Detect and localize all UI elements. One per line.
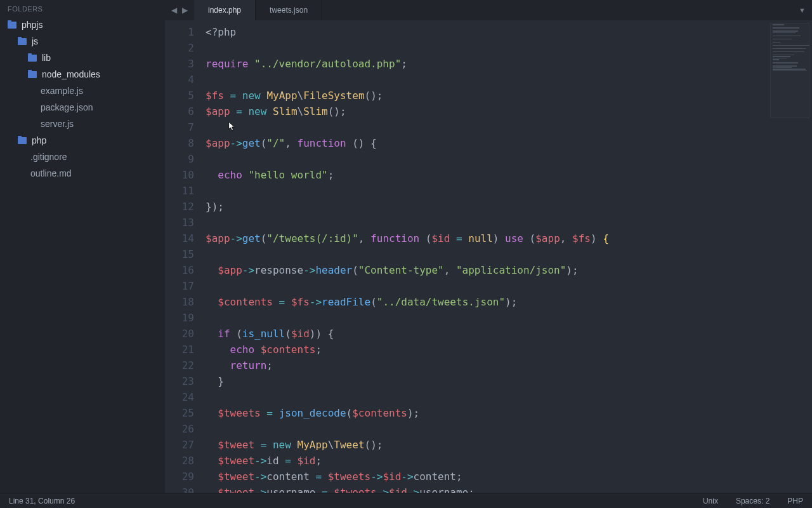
- code-line[interactable]: $tweet->content = $tweets->$id->content;: [206, 469, 812, 485]
- code-editor[interactable]: 1234567891011121314151617181920212223242…: [165, 20, 812, 493]
- line-number: 9: [165, 151, 194, 167]
- line-number: 29: [165, 469, 194, 485]
- folder-item-lib[interactable]: lib: [0, 50, 165, 66]
- code-line[interactable]: echo $contents;: [206, 342, 812, 358]
- status-line-endings[interactable]: Unix: [703, 497, 718, 505]
- line-number: 21: [165, 342, 194, 358]
- line-number: 16: [165, 262, 194, 278]
- code-line[interactable]: $tweet->username = $tweets->$id->usernam…: [206, 485, 812, 493]
- status-indent[interactable]: Spaces: 2: [736, 497, 769, 505]
- line-number: 20: [165, 326, 194, 342]
- code-line[interactable]: [206, 183, 812, 199]
- folder-tree: phpjsjslibnode_modulesexample.jspackage.…: [0, 17, 165, 182]
- folder-item-node-modules[interactable]: node_modules: [0, 66, 165, 83]
- folder-item-js[interactable]: js: [0, 33, 165, 50]
- line-number: 27: [165, 437, 194, 453]
- folder-icon: [18, 137, 27, 144]
- file-item-outline-md[interactable]: outline.md: [0, 165, 165, 182]
- line-number: 18: [165, 294, 194, 310]
- file-item-package-json[interactable]: package.json: [0, 99, 165, 116]
- tab-overflow-icon[interactable]: ▼: [792, 0, 812, 20]
- code-line[interactable]: [206, 119, 812, 135]
- tree-item-label: node_modules: [42, 69, 100, 79]
- tree-item-label: outline.md: [30, 168, 72, 178]
- tree-item-label: js: [32, 36, 38, 46]
- folder-icon: [18, 38, 27, 45]
- code-line[interactable]: $app = new Slim\Slim();: [206, 104, 812, 119]
- tab-bar: ◀ ▶ index.phptweets.json ▼: [165, 0, 812, 20]
- code-line[interactable]: [206, 421, 812, 437]
- line-number: 13: [165, 215, 194, 231]
- line-number: 30: [165, 485, 194, 493]
- code-line[interactable]: [206, 246, 812, 262]
- code-line[interactable]: if (is_null($id)) {: [206, 326, 812, 342]
- folder-item-phpjs[interactable]: phpjs: [0, 17, 165, 33]
- line-number: 5: [165, 88, 194, 104]
- line-number: 23: [165, 373, 194, 389]
- code-line[interactable]: echo "hello world";: [206, 167, 812, 183]
- folder-icon: [8, 22, 16, 29]
- line-number: 10: [165, 167, 194, 183]
- code-line[interactable]: $app->get("/tweets(/:id)", function ($id…: [206, 231, 812, 246]
- line-number: 8: [165, 135, 194, 151]
- line-number: 15: [165, 246, 194, 262]
- tree-item-label: lib: [42, 53, 51, 63]
- code-line[interactable]: [206, 151, 812, 167]
- line-number: 17: [165, 278, 194, 294]
- code-line[interactable]: [206, 310, 812, 326]
- status-language[interactable]: PHP: [787, 497, 803, 505]
- code-line[interactable]: $contents = $fs->readFile("../data/tweet…: [206, 294, 812, 310]
- code-line[interactable]: }: [206, 373, 812, 389]
- minimap[interactable]: [770, 23, 809, 118]
- code-line[interactable]: $fs = new MyApp\FileSystem();: [206, 88, 812, 104]
- line-number: 12: [165, 199, 194, 215]
- line-number: 7: [165, 119, 194, 135]
- code-line[interactable]: $tweet = new MyApp\Tweet();: [206, 437, 812, 453]
- line-number: 6: [165, 104, 194, 119]
- line-number: 11: [165, 183, 194, 199]
- tree-item-label: php: [32, 135, 46, 145]
- tree-item-label: example.js: [41, 86, 83, 96]
- nav-back-icon[interactable]: ◀: [170, 4, 178, 16]
- editor-area: ◀ ▶ index.phptweets.json ▼ 1234567891011…: [165, 0, 812, 493]
- folder-icon: [28, 55, 37, 62]
- tree-item-label: phpjs: [22, 20, 43, 30]
- code-line[interactable]: [206, 389, 812, 405]
- line-number: 1: [165, 24, 194, 40]
- line-number: 25: [165, 405, 194, 421]
- line-number: 3: [165, 56, 194, 72]
- line-number: 24: [165, 389, 194, 405]
- code-line[interactable]: [206, 215, 812, 231]
- code-line[interactable]: return;: [206, 358, 812, 373]
- line-number: 28: [165, 453, 194, 469]
- file-item-server-js[interactable]: server.js: [0, 116, 165, 132]
- code-line[interactable]: $app->response->header("Content-type", "…: [206, 262, 812, 278]
- nav-forward-icon[interactable]: ▶: [181, 4, 189, 16]
- tab-tweets-json[interactable]: tweets.json: [256, 0, 322, 20]
- line-number: 22: [165, 358, 194, 373]
- line-number: 19: [165, 310, 194, 326]
- file-item--gitignore[interactable]: .gitignore: [0, 149, 165, 165]
- line-number: 14: [165, 231, 194, 246]
- tree-item-label: server.js: [41, 119, 74, 129]
- sidebar-header: FOLDERS: [0, 0, 165, 17]
- code-line[interactable]: $app->get("/", function () {: [206, 135, 812, 151]
- code-line[interactable]: });: [206, 199, 812, 215]
- line-number: 2: [165, 40, 194, 56]
- code-line[interactable]: $tweets = json_decode($contents);: [206, 405, 812, 421]
- file-item-example-js[interactable]: example.js: [0, 83, 165, 99]
- code-line[interactable]: [206, 40, 812, 56]
- line-number: 26: [165, 421, 194, 437]
- code-line[interactable]: require "../vendor/autoload.php";: [206, 56, 812, 72]
- status-bar: Line 31, Column 26 Unix Spaces: 2 PHP: [0, 493, 812, 508]
- folder-icon: [28, 71, 37, 78]
- code-line[interactable]: [206, 72, 812, 88]
- code-line[interactable]: <?php: [206, 24, 812, 40]
- code-content[interactable]: <?php require "../vendor/autoload.php"; …: [203, 20, 812, 493]
- folder-item-php[interactable]: php: [0, 132, 165, 149]
- tab-index-php[interactable]: index.php: [194, 0, 256, 20]
- code-line[interactable]: $tweet->id = $id;: [206, 453, 812, 469]
- status-cursor-position[interactable]: Line 31, Column 26: [9, 497, 685, 505]
- tab-nav: ◀ ▶: [165, 0, 194, 20]
- code-line[interactable]: [206, 278, 812, 294]
